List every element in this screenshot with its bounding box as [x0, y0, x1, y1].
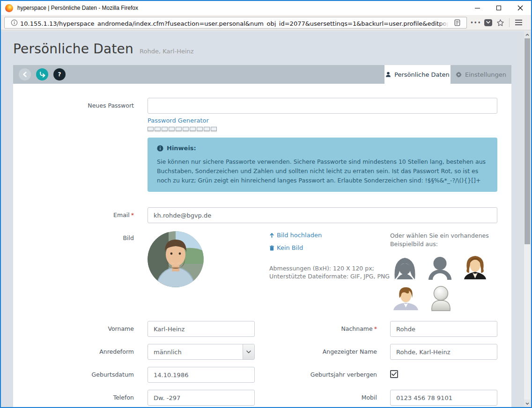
email-input[interactable]	[148, 207, 497, 223]
nachname-input[interactable]	[390, 321, 497, 337]
help-button[interactable]: ?	[53, 68, 66, 80]
close-icon	[517, 5, 523, 11]
chevron-down-icon	[525, 402, 529, 405]
strength-segment	[211, 127, 217, 131]
url-text: 10.155.1.13/hyperspace_andromeda/index.c…	[20, 20, 451, 27]
email-label: Email*	[13, 211, 134, 219]
anredeform-label: Anredeform	[13, 348, 134, 356]
page-viewport: Persönliche Daten Rohde, Karl-Heinz ? Pe…	[1, 31, 531, 407]
strength-segment	[190, 127, 196, 131]
page-title: Persönliche Daten	[13, 41, 133, 57]
upload-icon	[269, 233, 274, 238]
telefon-input[interactable]	[148, 390, 255, 406]
required-marker: *	[374, 325, 377, 332]
strength-segment	[197, 127, 203, 131]
angezeigter-name-label: Angezeigter Name	[268, 348, 377, 356]
password-strength-meter	[148, 127, 217, 131]
password-label: Neues Passwort	[13, 102, 134, 109]
site-info-icon[interactable]	[8, 17, 20, 29]
title-bar: hyperspace | Persönliche Daten - Mozilla…	[1, 1, 531, 15]
sample-avatar-row-2	[391, 284, 456, 313]
tab-strip: Persönliche Daten Einstellungen	[384, 65, 511, 84]
avatar-male-silhouette[interactable]	[425, 253, 455, 283]
avatar-female-silhouette[interactable]	[390, 253, 420, 283]
maximize-icon	[496, 6, 501, 10]
hint-box: Hinweis: Sie können nur sichere Passwort…	[148, 138, 497, 192]
strength-segment	[155, 127, 161, 131]
no-picture-link[interactable]: Kein Bild	[269, 244, 303, 251]
strength-segment	[169, 127, 175, 131]
geburtsdatum-label: Geburtsdatum	[13, 371, 134, 379]
return-arrow-icon	[39, 71, 46, 78]
info-icon	[157, 145, 163, 152]
sample-picture-note: Oder wählen Sie ein vorhandenes Beispiel…	[390, 232, 489, 248]
tab-einstellungen[interactable]: Einstellungen	[451, 65, 511, 84]
bookmark-star-icon[interactable]	[494, 17, 506, 29]
browser-window: hyperspace | Persönliche Daten - Mozilla…	[0, 0, 532, 408]
scrollbar-down-button[interactable]	[524, 400, 531, 407]
checkbox-check-icon	[392, 372, 397, 376]
person-icon	[385, 72, 391, 77]
window-title: hyperspace | Persönliche Daten - Mozilla…	[17, 5, 138, 11]
select-dropdown-button[interactable]	[243, 344, 254, 359]
maximize-button[interactable]	[488, 1, 510, 15]
geburtsdatum-input[interactable]	[148, 367, 255, 383]
strength-segment	[183, 127, 189, 131]
required-marker: *	[131, 211, 134, 219]
page-header: Persönliche Daten Rohde, Karl-Heinz	[13, 41, 194, 57]
firefox-logo-icon	[5, 4, 13, 12]
geburtsjahr-verbergen-label: Geburtsjahr verbergen	[268, 371, 377, 379]
avatar-boy-illustration[interactable]	[391, 284, 421, 313]
close-button[interactable]	[510, 1, 531, 15]
minimize-icon	[475, 8, 480, 8]
page-scrollbar[interactable]	[524, 31, 531, 407]
strength-segment	[162, 127, 168, 131]
strength-segment	[148, 127, 154, 131]
profile-photo	[148, 231, 204, 287]
reader-mode-icon[interactable]	[451, 17, 463, 29]
upload-picture-link[interactable]: Bild hochladen	[269, 232, 322, 239]
chevron-up-icon	[525, 34, 529, 36]
trash-icon	[269, 245, 274, 251]
telefon-label: Telefon	[13, 394, 134, 401]
minimize-button[interactable]	[466, 1, 488, 15]
hint-title: Hinweis:	[157, 145, 488, 152]
url-fade	[439, 19, 451, 27]
pocket-icon[interactable]	[482, 17, 494, 29]
question-mark-icon: ?	[58, 71, 61, 78]
chevron-left-icon	[22, 72, 27, 77]
picture-label: Bild	[13, 234, 134, 242]
angezeigter-name-input[interactable]	[390, 344, 497, 360]
picture-dimensions-note: Abmessungen (BxH): 120 X 120 px; Unterst…	[269, 264, 390, 280]
chevron-down-icon	[246, 350, 251, 353]
navigation-bar: 10.155.1.13/hyperspace_andromeda/index.c…	[1, 15, 531, 30]
avatar-generic-3d-figure[interactable]	[426, 284, 456, 313]
sample-avatar-row-1	[390, 253, 490, 283]
avatar-woman-illustration[interactable]	[460, 253, 490, 283]
password-input[interactable]	[148, 98, 497, 114]
page-subtitle: Rohde, Karl-Heinz	[140, 48, 194, 55]
menu-icon[interactable]	[512, 17, 525, 29]
anredeform-select[interactable]: männlich	[148, 344, 255, 360]
strength-segment	[176, 127, 182, 131]
action-toolbar: ? Persönliche Daten Einstellungen	[13, 65, 511, 84]
vorname-label: Vorname	[13, 325, 134, 333]
password-generator-link[interactable]: Password Generator	[148, 117, 209, 124]
gear-icon	[456, 72, 462, 78]
mobil-input[interactable]	[390, 390, 497, 406]
toolbar-separator	[509, 18, 510, 27]
hint-body: Sie können nur sichere Passworte verwend…	[157, 157, 488, 185]
form-panel: Neues Passwort Password Generator Hinwei…	[13, 84, 511, 407]
tab-persoenliche-daten[interactable]: Persönliche Daten	[384, 65, 451, 84]
url-bar[interactable]: 10.155.1.13/hyperspace_andromeda/index.c…	[4, 17, 467, 29]
nachname-label: Nachname*	[268, 325, 377, 333]
back-button[interactable]	[19, 68, 31, 80]
vorname-input[interactable]	[148, 321, 255, 337]
return-button[interactable]	[36, 68, 48, 80]
scrollbar-up-button[interactable]	[524, 31, 531, 38]
mobil-label: Mobil	[268, 394, 377, 401]
geburtsjahr-verbergen-checkbox[interactable]	[390, 370, 398, 378]
page-actions-icon[interactable]: •••	[470, 17, 482, 29]
strength-segment	[204, 127, 210, 131]
scrollbar-thumb[interactable]	[525, 38, 530, 244]
